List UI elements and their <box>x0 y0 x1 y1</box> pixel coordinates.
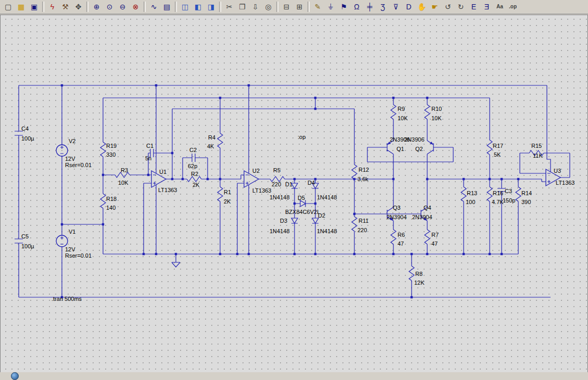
label-R18-ref[interactable]: R18 <box>106 196 117 202</box>
label-net-button[interactable]: ⚑ <box>337 1 350 13</box>
label-R19-value[interactable]: 330 <box>106 151 116 158</box>
plot-settings-button[interactable]: ▤ <box>160 1 173 13</box>
label-R15-ref[interactable]: R15 <box>531 143 542 149</box>
print-preview-button[interactable]: ⊞ <box>293 1 306 13</box>
label-C5-ref[interactable]: C5 <box>21 233 29 239</box>
ground-button[interactable]: ⏚ <box>324 1 337 13</box>
zoom-area-button[interactable]: ⊙ <box>103 1 116 13</box>
label-R16-value[interactable]: 4.7K <box>492 199 504 205</box>
label-R10-ref[interactable]: R10 <box>431 106 442 112</box>
label-C3-value[interactable]: 150p <box>503 197 515 204</box>
label-R12-value[interactable]: 3.6k <box>357 176 368 182</box>
label-V1-value[interactable]: 12V <box>65 246 75 252</box>
label-R11-ref[interactable]: R11 <box>359 218 368 224</box>
label-R3-value[interactable]: 10K <box>118 180 129 186</box>
label-C2-ref[interactable]: C2 <box>189 147 197 153</box>
label-U1-value[interactable]: LT1363 <box>158 187 177 193</box>
rotate-button[interactable]: E <box>467 1 480 13</box>
label-V1-extra[interactable]: Rser=0.01 <box>65 252 92 259</box>
label-C1-ref[interactable]: C1 <box>146 143 154 149</box>
label-Q1-ref[interactable]: Q1 <box>397 146 404 152</box>
label-R13-ref[interactable]: R13 <box>467 190 477 196</box>
label-R4-ref[interactable]: R4 <box>208 134 215 141</box>
label-V1-ref[interactable]: V1 <box>69 229 75 235</box>
label-U2-value[interactable]: LT1363 <box>252 187 272 194</box>
print-button[interactable]: ⊟ <box>280 1 293 13</box>
label-R11-value[interactable]: 220 <box>357 227 367 233</box>
label-directives-op[interactable]: :op <box>298 134 305 140</box>
label-R1-ref[interactable]: R1 <box>224 189 231 195</box>
label-R13-value[interactable]: 100 <box>466 199 475 205</box>
wire-button[interactable]: ✎ <box>311 1 324 13</box>
label-C4-value[interactable]: 100µ <box>21 135 34 142</box>
label-R17-value[interactable]: 5K <box>494 151 501 158</box>
label-R3-ref[interactable]: R3 <box>121 167 128 173</box>
label-R17-ref[interactable]: R17 <box>493 143 503 149</box>
label-R4-value[interactable]: 4K <box>207 143 214 149</box>
label-R14-value[interactable]: 390 <box>521 199 531 205</box>
undo-button[interactable]: ↺ <box>441 1 454 13</box>
run-button[interactable]: ϟ <box>46 1 59 13</box>
label-R1-value[interactable]: 2K <box>224 198 231 205</box>
label-R2-ref[interactable]: R2 <box>191 171 198 177</box>
zoom-out-button[interactable]: ⊖ <box>116 1 129 13</box>
label-R6-value[interactable]: 47 <box>398 240 404 247</box>
label-R19-ref[interactable]: R19 <box>106 143 117 149</box>
label-D3-ref[interactable]: D3 <box>280 218 287 224</box>
schematic-svg[interactable]: C4100µC5100µV212VRser=0.01V112VRser=0.01… <box>1 15 587 372</box>
label-D4-ref[interactable]: D4 <box>308 180 315 186</box>
label-R6-ref[interactable]: R6 <box>398 232 405 238</box>
diode-button[interactable]: ⊽ <box>389 1 402 13</box>
label-R10-value[interactable]: 10K <box>431 115 442 121</box>
label-R7-ref[interactable]: R7 <box>431 232 439 238</box>
label-U1-ref[interactable]: U1 <box>159 169 167 175</box>
label-Q3-ref[interactable]: Q3 <box>393 205 401 211</box>
label-R16-ref[interactable]: R16 <box>493 190 503 196</box>
tile-horizontal-button[interactable]: ◫ <box>178 1 191 13</box>
label-R14-ref[interactable]: R14 <box>521 190 532 196</box>
schematic-canvas[interactable]: C4100µC5100µV212VRser=0.01V112VRser=0.01… <box>0 15 588 373</box>
label-R7-value[interactable]: 47 <box>431 240 438 247</box>
label-D2-value[interactable]: 1N4148 <box>317 228 337 234</box>
label-Q3-value[interactable]: 2N3904 <box>387 214 407 220</box>
cascade-windows-button[interactable]: ◨ <box>204 1 218 13</box>
new-schematic-button[interactable]: ▢ <box>2 1 15 13</box>
resistor-button[interactable]: Ω <box>350 1 363 13</box>
label-V2-value[interactable]: 12V <box>65 156 75 162</box>
control-panel-button[interactable]: ⚒ <box>59 1 72 13</box>
label-D4-value[interactable]: 1N4148 <box>317 194 337 200</box>
spice-directive-button[interactable]: .op <box>506 1 519 13</box>
label-D1-value[interactable]: 1N4148 <box>270 194 290 200</box>
move-button[interactable]: ✋ <box>415 1 428 13</box>
pan-button[interactable]: ✥ <box>72 1 85 13</box>
paste-button[interactable]: ⇩ <box>249 1 262 13</box>
label-C5-value[interactable]: 100µ <box>21 243 34 249</box>
label-C3-ref[interactable]: C3 <box>505 188 512 194</box>
label-C4-ref[interactable]: C4 <box>21 125 29 132</box>
cut-button[interactable]: ✂ <box>223 1 236 13</box>
text-button[interactable]: Aa <box>493 1 506 13</box>
circuit-wiring[interactable] <box>15 85 570 297</box>
label-R15-value[interactable]: 11K <box>533 153 543 159</box>
save-button[interactable]: ▣ <box>28 1 41 13</box>
zoom-full-extents-button[interactable]: ⊗ <box>129 1 142 13</box>
label-C2-value[interactable]: 62p <box>188 163 197 169</box>
zoom-in-button[interactable]: ⊕ <box>90 1 103 13</box>
capacitor-button[interactable]: ╪ <box>363 1 376 13</box>
label-R9-value[interactable]: 10K <box>398 115 408 121</box>
label-R2-value[interactable]: 2K <box>193 182 200 188</box>
label-R18-value[interactable]: 140 <box>106 205 116 211</box>
label-R12-ref[interactable]: R12 <box>359 167 369 173</box>
drag-button[interactable]: ☛ <box>428 1 441 13</box>
label-directives-tran[interactable]: .tran 500ms <box>52 296 82 302</box>
mirror-button[interactable]: Ǝ <box>480 1 493 13</box>
waveform-button[interactable]: ∿ <box>147 1 160 13</box>
label-V2-ref[interactable]: V2 <box>69 138 75 144</box>
label-Q4-value[interactable]: 2N3904 <box>412 214 432 220</box>
label-R5-value[interactable]: 220 <box>272 181 281 187</box>
label-R5-ref[interactable]: R5 <box>273 167 280 173</box>
label-D1-ref[interactable]: D1 <box>285 181 292 187</box>
find-button[interactable]: ◎ <box>262 1 275 13</box>
label-R8-ref[interactable]: R8 <box>415 271 423 277</box>
label-D3-value[interactable]: 1N4148 <box>270 228 290 234</box>
